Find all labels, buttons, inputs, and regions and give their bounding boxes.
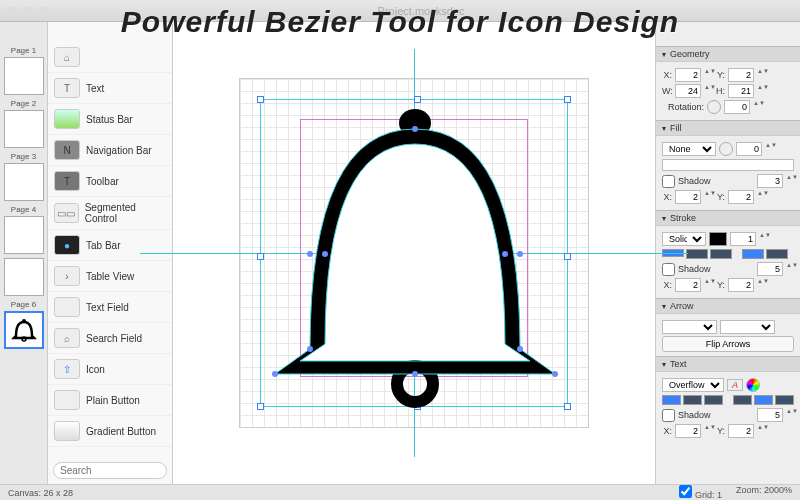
canvas-grid [239, 78, 589, 428]
arrow-end-select[interactable] [720, 320, 775, 334]
text-sy-input[interactable] [728, 424, 754, 438]
geom-w-input[interactable] [675, 84, 701, 98]
component-textfield[interactable]: Text Field [48, 292, 172, 323]
cap-square[interactable] [710, 249, 732, 259]
component-toolbar[interactable]: TToolbar [48, 166, 172, 197]
status-bar: Canvas: 26 x 28 Grid: 1 Zoom: 2000% [0, 484, 800, 500]
svg-point-5 [307, 251, 313, 257]
geom-rot-input[interactable] [724, 100, 750, 114]
join-round[interactable] [766, 249, 788, 259]
svg-point-4 [412, 371, 418, 377]
page-thumb[interactable]: Page 3 [4, 152, 43, 201]
stroke-sx-input[interactable] [675, 278, 701, 292]
component-statusbar[interactable]: Status Bar [48, 104, 172, 135]
fill-color-well[interactable] [662, 159, 794, 171]
stroke-color-swatch[interactable] [709, 232, 727, 246]
plainbutton-icon [54, 390, 80, 410]
component-search-input[interactable] [53, 462, 167, 479]
page-thumb[interactable]: Page 1 [4, 46, 43, 95]
fill-opacity-input[interactable] [736, 142, 762, 156]
window-titlebar: Project.mocksdoc [0, 0, 800, 22]
geom-y-input[interactable] [728, 68, 754, 82]
stroke-width-input[interactable] [730, 232, 756, 246]
widget-icon: ⌂ [54, 47, 80, 67]
svg-point-3 [412, 126, 418, 132]
component-gradbutton[interactable]: Gradient Button [48, 416, 172, 447]
align-right[interactable] [704, 395, 723, 405]
text-color-picker[interactable] [746, 378, 760, 392]
section-text[interactable]: Text [656, 356, 800, 372]
component-segmented[interactable]: ▭▭Segmented Control [48, 197, 172, 230]
canvas-viewport[interactable] [173, 22, 655, 484]
close-dot[interactable] [8, 6, 18, 16]
minimize-dot[interactable] [24, 6, 34, 16]
gradbutton-icon [54, 421, 80, 441]
component-navbar[interactable]: NNavigation Bar [48, 135, 172, 166]
svg-point-9 [272, 371, 278, 377]
fill-shadow-input[interactable] [757, 174, 783, 188]
fill-sy-input[interactable] [728, 190, 754, 204]
stroke-mode-select[interactable]: Solid [662, 232, 706, 246]
stroke-shadow-check[interactable] [662, 263, 675, 276]
zoom-dot[interactable] [40, 6, 50, 16]
textfield-icon [54, 297, 80, 317]
fill-angle-dial[interactable] [719, 142, 733, 156]
svg-point-7 [307, 346, 313, 352]
text-shadow-check[interactable] [662, 409, 675, 422]
toolbar-icon: T [54, 171, 80, 191]
component-icon[interactable]: ⇧Icon [48, 354, 172, 385]
valign-top[interactable] [733, 395, 752, 405]
bell-shape[interactable] [240, 79, 590, 429]
join-miter[interactable] [742, 249, 764, 259]
page-thumb[interactable]: Page 4 [4, 205, 43, 254]
svg-point-0 [22, 319, 26, 323]
svg-point-10 [552, 371, 558, 377]
fill-sx-input[interactable] [675, 190, 701, 204]
page-thumb[interactable]: Page 2 [4, 99, 43, 148]
valign-bot[interactable] [775, 395, 794, 405]
align-center[interactable] [683, 395, 702, 405]
align-left[interactable] [662, 395, 681, 405]
svg-point-11 [322, 251, 328, 257]
component-tableview[interactable]: ›Table View [48, 261, 172, 292]
search-icon: ⌕ [54, 328, 80, 348]
geom-h-input[interactable] [728, 84, 754, 98]
stroke-shadow-input[interactable] [757, 262, 783, 276]
text-overflow-select[interactable]: Overflow [662, 378, 724, 392]
section-geometry[interactable]: Geometry [656, 46, 800, 62]
component-item[interactable]: ⌂ [48, 42, 172, 73]
svg-point-12 [502, 251, 508, 257]
rotation-dial[interactable] [707, 100, 721, 114]
page-thumb-selected[interactable]: Page 6 [4, 300, 43, 349]
svg-point-6 [517, 251, 523, 257]
nav-icon: N [54, 140, 80, 160]
section-arrow[interactable]: Arrow [656, 298, 800, 314]
segmented-icon: ▭▭ [54, 203, 79, 223]
geom-x-input[interactable] [675, 68, 701, 82]
svg-point-8 [517, 346, 523, 352]
component-text[interactable]: TText [48, 73, 172, 104]
document-title: Project.mocksdoc [50, 5, 792, 17]
section-stroke[interactable]: Stroke [656, 210, 800, 226]
fill-mode-select[interactable]: None [662, 142, 716, 156]
arrow-start-select[interactable] [662, 320, 717, 334]
valign-mid[interactable] [754, 395, 773, 405]
page-thumb[interactable] [4, 258, 43, 296]
fill-shadow-check[interactable] [662, 175, 675, 188]
statusbar-icon [54, 109, 80, 129]
grid-toggle[interactable] [679, 485, 692, 498]
share-icon: ⇧ [54, 359, 80, 379]
stroke-sy-input[interactable] [728, 278, 754, 292]
component-searchfield[interactable]: ⌕Search Field [48, 323, 172, 354]
cap-round[interactable] [686, 249, 708, 259]
text-shadow-input[interactable] [757, 408, 783, 422]
font-button[interactable]: A [727, 379, 743, 391]
component-tabbar[interactable]: ●Tab Bar [48, 230, 172, 261]
tabbar-icon: ● [54, 235, 80, 255]
pages-panel: Page 1 Page 2 Page 3 Page 4 Page 6 [0, 22, 48, 484]
component-plainbutton[interactable]: Plain Button [48, 385, 172, 416]
text-sx-input[interactable] [675, 424, 701, 438]
section-fill[interactable]: Fill [656, 120, 800, 136]
flip-arrows-button[interactable]: Flip Arrows [662, 336, 794, 352]
text-icon: T [54, 78, 80, 98]
